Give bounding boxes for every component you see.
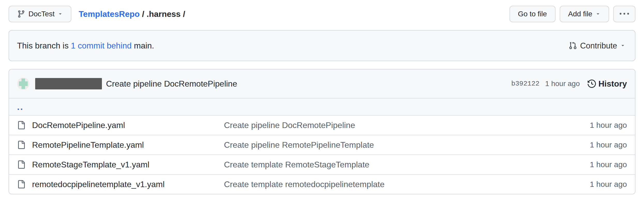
latest-commit-message-link[interactable]: Create pipeline DocRemotePipeline [106, 79, 237, 89]
history-icon [588, 80, 596, 88]
commits-behind-link[interactable]: 1 commit behind [71, 41, 132, 50]
file-row: RemotePipelineTemplate.yaml Create pipel… [9, 135, 635, 154]
commit-time: 1 hour ago [545, 80, 580, 88]
git-compare-icon [569, 41, 577, 50]
file-commit-message-link[interactable]: Create pipeline DocRemotePipeline [224, 121, 549, 130]
file-commit-time: 1 hour ago [549, 140, 627, 149]
chevron-down-icon [620, 43, 625, 48]
breadcrumb: TemplatesRepo / .harness / [79, 9, 185, 19]
kebab-horizontal-icon [620, 9, 629, 19]
branch-status-suffix: main. [132, 41, 154, 50]
file-row: remotedocpipelinetemplate_v1.yaml Create… [9, 174, 635, 194]
repo-header-actions: Go to file Add file [510, 6, 635, 22]
breadcrumb-separator: / [140, 9, 147, 19]
branch-status-banner: This branch is 1 commit behind main. Con… [9, 30, 635, 61]
redacted-username [35, 78, 102, 89]
breadcrumb-separator: / [181, 9, 185, 19]
branch-status-text: This branch is 1 commit behind main. [17, 41, 154, 51]
file-name-cell: remotedocpipelinetemplate_v1.yaml [17, 180, 224, 189]
chevron-down-icon [595, 11, 601, 17]
file-commit-time: 1 hour ago [549, 121, 627, 130]
add-file-label: Add file [568, 10, 592, 18]
latest-commit-header: Create pipeline DocRemotePipeline b39212… [9, 69, 635, 98]
file-name-cell: RemoteStageTemplate_v1.yaml [17, 160, 224, 169]
repo-header-bar: DocTest TemplatesRepo / .harness / Go to… [9, 6, 635, 22]
branch-status-prefix: This branch is [17, 41, 71, 50]
file-browser-box: Create pipeline DocRemotePipeline b39212… [9, 69, 635, 194]
history-link[interactable]: History [588, 79, 627, 89]
file-icon [17, 121, 25, 129]
history-label: History [598, 79, 627, 89]
file-commit-message-link[interactable]: Create template RemoteStageTemplate [224, 160, 549, 169]
file-icon [17, 180, 25, 188]
file-icon [17, 141, 25, 149]
file-commit-message-link[interactable]: Create template remotedocpipelinetemplat… [224, 180, 549, 189]
branch-selector-button[interactable]: DocTest [9, 6, 71, 22]
current-branch-label: DocTest [28, 10, 55, 18]
latest-commit-info: Create pipeline DocRemotePipeline [17, 77, 237, 90]
breadcrumb-current-dir: .harness [147, 9, 181, 19]
git-branch-icon [17, 10, 25, 18]
branch-and-breadcrumb: DocTest TemplatesRepo / .harness / [9, 6, 185, 22]
contribute-button[interactable]: Contribute [567, 41, 627, 50]
chevron-down-icon [58, 11, 63, 17]
file-name-link[interactable]: RemoteStageTemplate_v1.yaml [32, 160, 149, 169]
file-name-link[interactable]: remotedocpipelinetemplate_v1.yaml [32, 180, 164, 189]
file-commit-message-link[interactable]: Create pipeline RemotePipelineTemplate [224, 140, 549, 150]
more-options-button[interactable] [613, 6, 635, 22]
latest-commit-meta: b392122 1 hour ago History [511, 79, 627, 89]
committer-avatar[interactable] [17, 77, 29, 90]
file-commit-time: 1 hour ago [549, 160, 627, 169]
file-commit-time: 1 hour ago [549, 180, 627, 189]
go-to-file-button[interactable]: Go to file [510, 6, 556, 22]
file-name-cell: DocRemotePipeline.yaml [17, 121, 224, 130]
file-name-link[interactable]: DocRemotePipeline.yaml [32, 121, 125, 130]
file-row: RemoteStageTemplate_v1.yaml Create templ… [9, 154, 635, 174]
file-name-cell: RemotePipelineTemplate.yaml [17, 140, 224, 150]
commit-hash-link[interactable]: b392122 [511, 80, 540, 88]
file-row: DocRemotePipeline.yaml Create pipeline D… [9, 115, 635, 135]
file-icon [17, 160, 25, 169]
add-file-button[interactable]: Add file [560, 6, 609, 22]
parent-directory-link[interactable]: .. [17, 104, 24, 109]
parent-directory-row: .. [9, 98, 635, 115]
file-name-link[interactable]: RemotePipelineTemplate.yaml [32, 140, 144, 150]
repo-file-browser: DocTest TemplatesRepo / .harness / Go to… [0, 0, 644, 194]
breadcrumb-repo-link[interactable]: TemplatesRepo [79, 9, 140, 19]
contribute-label: Contribute [580, 42, 617, 50]
identicon-avatar [17, 77, 29, 90]
